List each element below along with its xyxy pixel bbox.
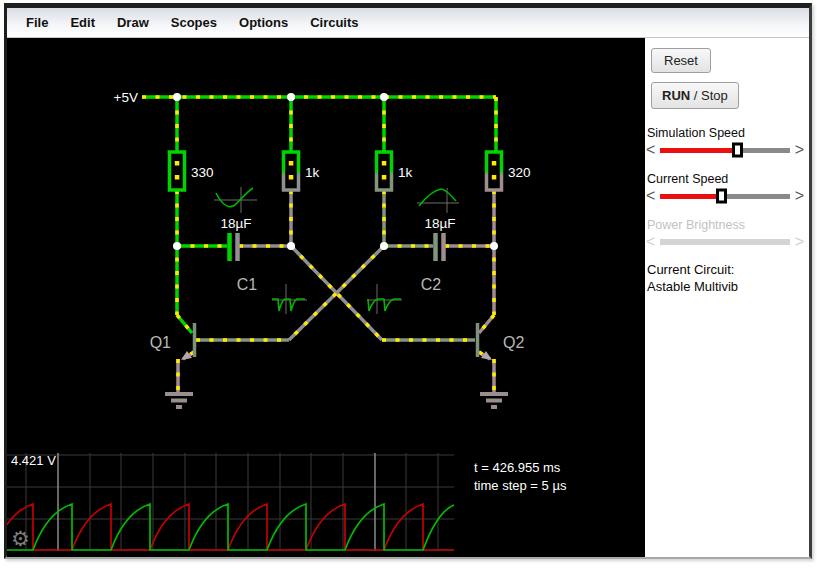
menu-scopes[interactable]: Scopes <box>160 15 228 30</box>
gear-icon[interactable]: ⚙ <box>11 527 30 550</box>
ground-q1[interactable] <box>165 394 193 407</box>
resistor-330[interactable] <box>170 152 185 190</box>
resistor-1k-right-label: 1k <box>398 165 413 180</box>
resistor-1k-left[interactable] <box>284 152 299 190</box>
slider-track <box>660 239 789 245</box>
capacitor-c2-name: C2 <box>421 276 442 293</box>
scope-trace-red <box>7 504 454 550</box>
menu-file[interactable]: File <box>15 15 59 30</box>
circuit-canvas[interactable]: +5V 330 1k 1k 320 18µF 18µF C1 C2 Q1 Q2 <box>7 38 645 557</box>
current-circuit-title: Current Circuit: <box>647 262 734 278</box>
scope-grid <box>7 453 454 551</box>
slider-fill <box>660 148 738 153</box>
resistor-current-dots <box>175 161 497 180</box>
run-stop-button[interactable]: RUN / Stop <box>651 82 739 109</box>
timestep-readout: time step = 5 µs <box>474 478 567 493</box>
control-panel: Reset RUN / Stop Simulation Speed < > Cu… <box>645 38 809 557</box>
transistor-q2-name: Q2 <box>503 334 524 351</box>
slider-track[interactable] <box>660 194 789 199</box>
slider-thumb[interactable] <box>732 143 743 158</box>
circuit-svg: +5V 330 1k 1k 320 18µF 18µF C1 C2 Q1 Q2 <box>7 38 645 557</box>
scope-preview-base1 <box>272 284 307 314</box>
simulation-speed-slider[interactable]: < > <box>646 142 804 158</box>
resistor-1k-right[interactable] <box>377 152 392 190</box>
resistor-330-label: 330 <box>191 165 214 180</box>
power-brightness-label: Power Brightness <box>647 218 745 232</box>
resistor-320-label: 320 <box>508 165 531 180</box>
wire-base[interactable] <box>196 190 475 340</box>
simulation-time: t = 426.955 ms time step = 5 µs <box>474 460 567 493</box>
resistors[interactable] <box>170 152 502 190</box>
menu-edit[interactable]: Edit <box>59 15 106 30</box>
resistor-320[interactable] <box>487 152 502 190</box>
current-speed-label: Current Speed <box>647 172 728 186</box>
resistor-1k-left-label: 1k <box>305 165 320 180</box>
slider-increase-arrow[interactable]: > <box>795 142 804 158</box>
transistor-q1-name: Q1 <box>150 334 171 351</box>
capacitor-c1-name: C1 <box>237 276 258 293</box>
menu-circuits[interactable]: Circuits <box>299 15 369 30</box>
ground-q2[interactable] <box>480 394 508 407</box>
scope-preview-c2 <box>417 188 459 213</box>
capacitor-c2-value: 18µF <box>424 216 455 231</box>
slider-track[interactable] <box>660 148 789 153</box>
stop-label: / Stop <box>690 88 728 103</box>
slider-increase-arrow: > <box>795 234 804 250</box>
menu-bar: File Edit Draw Scopes Options Circuits <box>7 8 809 38</box>
supply-label: +5V <box>114 90 138 105</box>
power-brightness-slider: < > <box>646 234 804 250</box>
scope-preview-base2 <box>367 284 402 314</box>
run-label: RUN <box>662 88 690 103</box>
slider-decrease-arrow[interactable]: < <box>646 188 655 204</box>
time-readout: t = 426.955 ms <box>474 460 561 475</box>
slider-fill <box>660 194 722 199</box>
oscilloscope[interactable]: 4.421 V ⚙ <box>7 453 454 551</box>
wire-positive[interactable] <box>142 97 496 333</box>
slider-decrease-arrow: < <box>646 234 655 250</box>
current-speed-slider[interactable]: < > <box>646 188 804 204</box>
app-window: File Edit Draw Scopes Options Circuits <box>4 3 812 559</box>
menu-options[interactable]: Options <box>228 15 299 30</box>
scope-preview-c1 <box>214 187 257 213</box>
slider-increase-arrow[interactable]: > <box>795 188 804 204</box>
capacitor-c1-value: 18µF <box>220 216 251 231</box>
scope-voltage-readout: 4.421 V <box>11 453 56 468</box>
menu-draw[interactable]: Draw <box>106 15 160 30</box>
slider-thumb[interactable] <box>716 189 727 204</box>
slider-decrease-arrow[interactable]: < <box>646 142 655 158</box>
current-circuit-name: Astable Multivib <box>647 279 738 295</box>
reset-button[interactable]: Reset <box>651 48 711 73</box>
simulation-speed-label: Simulation Speed <box>647 126 745 140</box>
